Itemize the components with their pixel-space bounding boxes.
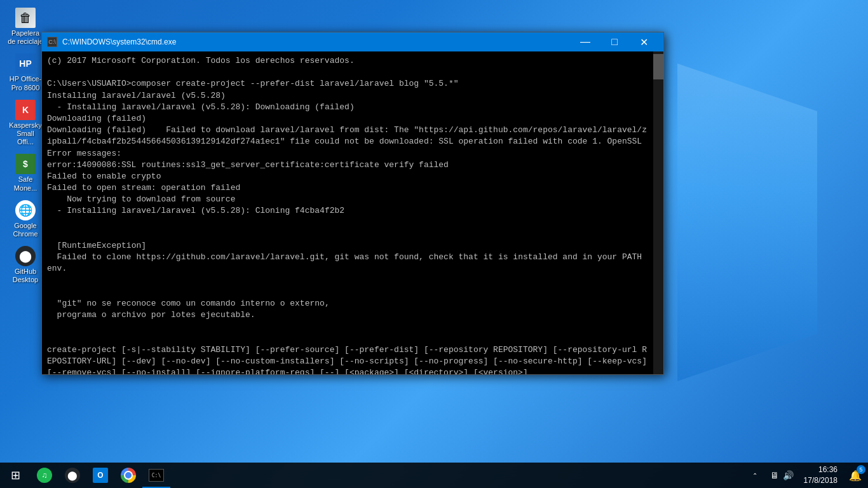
start-button[interactable]: ⊞ (0, 463, 31, 488)
cmd-small-icon: C:\ (149, 469, 164, 482)
taskbar: ⊞ ♫ ⬤ O C:\ (0, 463, 868, 488)
outlook-taskbar-icon: O (93, 468, 108, 483)
maximize-button[interactable]: □ (600, 32, 629, 51)
cmd-window: C:\ C:\WINDOWS\system32\cmd.exe — □ ✕ (c… (41, 32, 664, 375)
start-icon: ⊞ (11, 468, 20, 482)
minimize-button[interactable]: — (571, 32, 600, 51)
close-button[interactable]: ✕ (629, 32, 658, 51)
recycle-bin-label: Papelera de reciclaje (8, 29, 43, 46)
chrome-taskbar-icon (121, 468, 136, 483)
cmd-taskbar-icon: C:\ (149, 468, 164, 483)
safemoney-label: Safe Mone... (8, 175, 43, 192)
cmd-titlebar: C:\ C:\WINDOWS\system32\cmd.exe — □ ✕ (42, 32, 663, 51)
cmd-body: (c) 2017 Microsoft Corporation. Todos lo… (42, 51, 663, 374)
hp-icon: HP (15, 53, 36, 74)
taskbar-clock[interactable]: 16:36 17/8/2018 (799, 464, 843, 486)
taskbar-cmd[interactable]: C:\ (142, 463, 170, 488)
hp-label: HP Office-Pro 8600 (8, 75, 43, 92)
cmd-scrollbar[interactable] (653, 51, 663, 374)
github-label: GitHub Desktop (8, 268, 43, 284)
tray-expand-arrow[interactable]: ⌃ (750, 470, 760, 482)
cmd-output[interactable]: (c) 2017 Microsoft Corporation. Todos lo… (42, 51, 653, 374)
recycle-bin-icon: 🗑 (15, 8, 36, 28)
desktop-icon-github-desktop[interactable]: ⬤ GitHub Desktop (5, 243, 46, 287)
desktop-icon-chrome[interactable]: 🌐 Google Chrome (5, 198, 46, 241)
github-circle-icon: ⬤ (65, 468, 80, 483)
cmd-titlebar-icon: C:\ (47, 37, 57, 47)
desktop: 🗑 Papelera de reciclaje HP HP Office-Pro… (0, 0, 868, 488)
outlook-icon: O (93, 468, 108, 483)
desktop-icon-kaspersky[interactable]: K Kaspersky Small Offi... (5, 97, 46, 149)
taskbar-system-icons: 🖥 🔊 (765, 470, 799, 480)
chrome-icon: 🌐 (15, 200, 36, 220)
desktop-background-decoration (677, 64, 817, 381)
desktop-icon-safemoney[interactable]: $ Safe Mone... (5, 151, 46, 194)
desktop-icon-recycle-bin[interactable]: 🗑 Papelera de reciclaje (5, 5, 46, 48)
notification-badge: 5 (857, 465, 865, 474)
cmd-window-controls: — □ ✕ (571, 32, 658, 51)
clock-time: 16:36 (804, 464, 837, 475)
volume-icon[interactable]: 🔊 (783, 470, 794, 480)
kaspersky-icon: K (15, 100, 36, 120)
desktop-icon-hp[interactable]: HP HP Office-Pro 8600 (5, 51, 46, 94)
chrome-label: Google Chrome (8, 222, 43, 238)
github-icon: ⬤ (15, 246, 36, 266)
notification-center-button[interactable]: 🔔 5 (843, 463, 868, 488)
safemoney-icon: $ (15, 154, 36, 174)
cmd-scrollbar-thumb (653, 54, 663, 79)
spotify-taskbar-icon: ♫ (37, 468, 52, 483)
system-tray: ⌃ (745, 470, 765, 482)
taskbar-spotify[interactable]: ♫ (31, 463, 58, 488)
kaspersky-label: Kaspersky Small Offi... (8, 121, 43, 147)
github-taskbar-icon: ⬤ (65, 468, 80, 483)
clock-date: 17/8/2018 (804, 475, 837, 486)
spotify-icon: ♫ (37, 468, 52, 483)
chrome-small-icon (121, 468, 136, 483)
taskbar-outlook[interactable]: O (86, 463, 114, 488)
taskbar-github[interactable]: ⬤ (58, 463, 86, 488)
taskbar-chrome[interactable] (114, 463, 142, 488)
desktop-icons: 🗑 Papelera de reciclaje HP HP Office-Pro… (5, 5, 46, 287)
cmd-title: C:\WINDOWS\system32\cmd.exe (62, 37, 571, 46)
network-icon: 🖥 (770, 470, 779, 480)
